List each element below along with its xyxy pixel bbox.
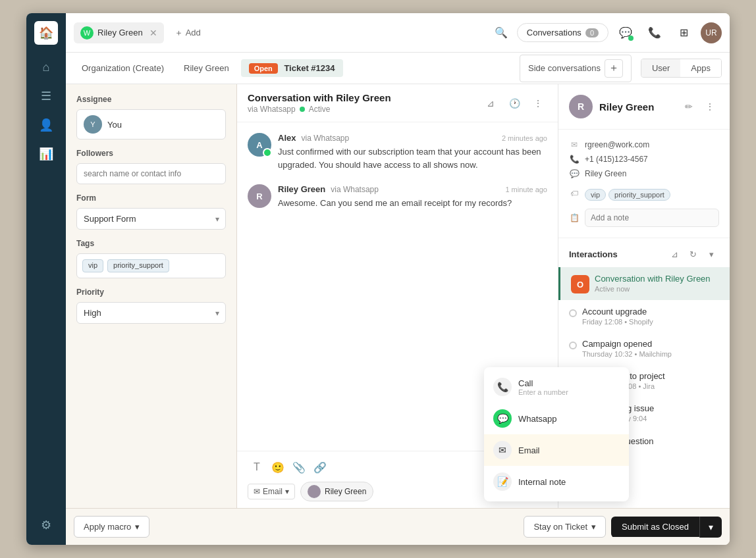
email-info-icon: ✉	[569, 140, 580, 149]
submit-closed-button[interactable]: Submit as Closed ▾	[611, 517, 722, 538]
contact-phone-row: 📞 +1 (415)123-4567	[569, 152, 719, 166]
message-header: Alex via Whatsapp 2 minutes ago	[278, 133, 547, 143]
priority-select-wrapper: Low Medium High Urgent ▾	[76, 302, 226, 324]
channel-dropdown: 📞 Call Enter a number 💬 Whatsapp ✉ Email	[484, 367, 629, 501]
stay-ticket-button[interactable]: Stay on Ticket ▾	[524, 516, 606, 538]
whatsapp-label: Whatsapp	[518, 414, 557, 424]
email-label: Email	[263, 487, 283, 496]
user-apps-tabs: User Apps	[641, 59, 722, 78]
conversations-label: Conversations	[527, 28, 581, 38]
tag-info-icon: 🏷	[569, 189, 580, 198]
apply-macro-label: Apply macro	[84, 522, 131, 532]
active-indicator	[300, 107, 305, 112]
call-label: Call	[518, 378, 568, 388]
side-conversations-button[interactable]: Side conversations ＋	[520, 55, 632, 82]
recipient-avatar	[308, 485, 321, 498]
contact-note-row: 📋	[569, 206, 719, 230]
submit-closed-arrow[interactable]: ▾	[699, 517, 722, 538]
email-channel-selector[interactable]: ✉ Email ▾	[248, 484, 295, 499]
plus-icon: ＋	[175, 27, 183, 39]
contact-tag-vip: vip	[585, 189, 606, 201]
channel-email[interactable]: ✉ Email	[484, 434, 629, 466]
tag-priority-support: priority_support	[107, 259, 169, 272]
tab-apps[interactable]: Apps	[680, 59, 721, 77]
whatsapp-indicator	[263, 148, 272, 157]
interactions-title: Interactions	[569, 249, 618, 259]
middle-panel: Conversation with Riley Green via Whatsa…	[237, 84, 558, 508]
link-button[interactable]: 🔗	[311, 458, 329, 476]
tab-organization[interactable]: Organization (Create)	[74, 59, 172, 77]
more-options-button[interactable]: ⋮	[529, 94, 547, 113]
message-row: A Alex via Whatsapp 2 minutes ago Just c…	[248, 133, 547, 171]
followers-input[interactable]	[76, 163, 226, 184]
channel-internal-note[interactable]: 📝 Internal note	[484, 466, 629, 497]
whatsapp-tab-icon: W	[80, 26, 94, 39]
add-tab-button[interactable]: ＋ Add	[169, 23, 206, 43]
settings-icon[interactable]: ⚙	[34, 513, 58, 537]
apply-macro-button[interactable]: Apply macro ▾	[74, 516, 149, 538]
status-button[interactable]: 💬	[614, 21, 637, 45]
contact-whatsapp: Riley Green	[585, 169, 626, 178]
message-row: R Riley Green via Whatsapp 1 minute ago …	[248, 184, 547, 210]
tag-vip: vip	[82, 259, 103, 272]
active-tab[interactable]: W Riley Green ✕	[74, 22, 164, 43]
priority-select[interactable]: Low Medium High Urgent	[76, 302, 226, 324]
app-logo: 🏠	[34, 21, 58, 45]
submit-closed-main[interactable]: Submit as Closed	[611, 517, 699, 537]
message-text: Awesome. Can you send me an email receip…	[278, 197, 547, 210]
message-content: Riley Green via Whatsapp 1 minute ago Aw…	[278, 184, 547, 210]
interactions-collapse-button[interactable]: ▾	[703, 246, 719, 262]
home-icon[interactable]: ⌂	[34, 55, 58, 79]
conversations-button[interactable]: Conversations 0	[517, 23, 608, 42]
message-via: via Whatsapp	[331, 185, 379, 194]
contact-tag-priority: priority_support	[608, 189, 670, 201]
contacts-icon[interactable]: 👤	[34, 113, 58, 137]
contact-more-button[interactable]: ⋮	[701, 97, 719, 116]
contact-header: R Riley Green ✏ ⋮	[558, 84, 730, 130]
text-format-button[interactable]: T	[248, 458, 266, 476]
contact-avatar: R	[569, 95, 593, 118]
tab-close-button[interactable]: ✕	[149, 28, 157, 38]
interaction-info: Conversation with Riley Green Active now	[595, 274, 719, 293]
channel-call[interactable]: 📞 Call Enter a number	[484, 371, 629, 403]
message-author: Alex	[278, 133, 296, 143]
tags-container[interactable]: vip priority_support	[76, 253, 226, 278]
attachment-button[interactable]: 📎	[290, 458, 308, 476]
interactions-refresh-button[interactable]: ↻	[685, 246, 701, 262]
interaction-sub: Thursday 10:32 • Mailchimp	[582, 350, 719, 358]
followers-label: Followers	[76, 149, 226, 158]
grid-button[interactable]: ⊞	[672, 21, 695, 45]
history-button[interactable]: 🕐	[505, 94, 524, 113]
inbox-icon[interactable]: ☰	[34, 84, 58, 108]
form-select[interactable]: Support Form	[76, 208, 226, 230]
interaction-item[interactable]: Campaign opened Thursday 10:32 • Mailchi…	[558, 332, 730, 365]
channel-whatsapp[interactable]: 💬 Whatsapp	[484, 403, 629, 434]
side-conv-plus[interactable]: ＋	[605, 59, 623, 78]
tab-ticket[interactable]: Open Ticket #1234	[241, 59, 343, 77]
content-tabs: Organization (Create) Riley Green Open T…	[66, 53, 730, 84]
open-badge: Open	[249, 63, 278, 74]
tab-contact[interactable]: Riley Green	[176, 59, 237, 77]
ticket-id: Ticket #1234	[284, 63, 335, 73]
contact-note-input[interactable]	[585, 209, 719, 227]
conversation-title: Conversation with Riley Green	[248, 92, 391, 103]
tab-user[interactable]: User	[641, 59, 680, 77]
emoji-button[interactable]: 🙂	[269, 458, 287, 476]
interactions-filter-button[interactable]: ⊿	[666, 246, 682, 262]
reports-icon[interactable]: 📊	[34, 142, 58, 166]
interaction-title: Campaign opened	[582, 339, 719, 349]
edit-contact-button[interactable]: ✏	[680, 97, 698, 116]
tags-label: Tags	[76, 239, 226, 248]
call-sub: Enter a number	[518, 388, 568, 396]
user-avatar[interactable]: UR	[701, 22, 722, 43]
phone-button[interactable]: 📞	[643, 21, 666, 45]
recipient-selector[interactable]: Riley Green	[300, 482, 373, 501]
message-author: Riley Green	[278, 184, 325, 194]
interaction-item-active[interactable]: O Conversation with Riley Green Active n…	[558, 267, 730, 300]
assignee-field[interactable]: Y You	[76, 109, 226, 140]
filter-button[interactable]: ⊿	[481, 94, 500, 113]
search-button[interactable]: 🔍	[491, 22, 512, 43]
tab-contact-name: Riley Green	[97, 28, 143, 38]
interaction-item[interactable]: Account upgrade Friday 12:08 • Shopify	[558, 300, 730, 332]
note-info-icon: 📋	[569, 213, 580, 222]
